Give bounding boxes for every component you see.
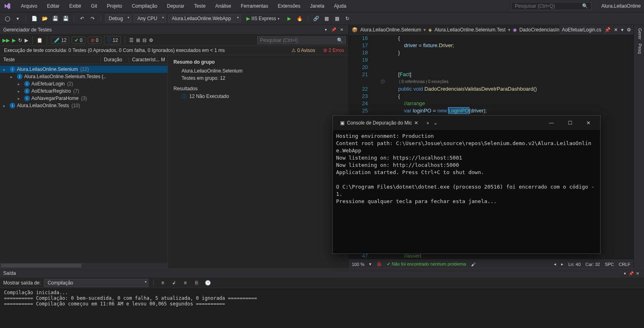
output-content[interactable]: Compilação iniciada... ========== Compil… [0, 288, 644, 316]
output-toggle-icon[interactable]: ≡ [181, 279, 189, 287]
eol-mode[interactable]: CRLF [619, 262, 630, 267]
zoom-dropdown-icon[interactable]: ▾ [369, 262, 372, 267]
new-tab-icon[interactable]: ＋ [425, 120, 430, 127]
run-failed-icon[interactable]: ▶ [25, 37, 28, 43]
pin-icon[interactable]: 📌 [330, 27, 337, 33]
tree-row[interactable]: ▸iAoNavegarParaHome(3) [0, 95, 167, 102]
settings-icon[interactable]: ⚙ [149, 37, 153, 43]
save-all-icon[interactable]: 💾 [62, 15, 70, 23]
menu-compilacao[interactable]: Compilação [128, 2, 161, 10]
output-goto-icon[interactable]: ⎘ [192, 279, 200, 287]
bug-icon[interactable]: 🐞 [376, 262, 382, 267]
tree-row[interactable]: ▸iAoEfetuarRegistro(7) [0, 87, 167, 95]
fail-counter[interactable]: ⊘0 [88, 37, 101, 44]
tool-icon-3[interactable]: ↻ [343, 15, 351, 23]
tab-more-icon[interactable]: ▾ [621, 27, 623, 33]
menu-git[interactable]: Git [87, 2, 101, 10]
col-duration[interactable]: Duração [101, 57, 129, 62]
global-search-input[interactable] [515, 3, 582, 9]
test-search[interactable]: 🔍 [257, 36, 346, 44]
test-tree[interactable]: ▸iAlura.LeilaoOnline.Selenium(12)▸iAlura… [0, 64, 167, 263]
right-tab-2[interactable]: Pesq [636, 44, 642, 54]
output-dropdown-icon[interactable]: ▾ [621, 270, 628, 276]
menu-janela[interactable]: Janela [306, 2, 328, 10]
playlist-icon[interactable]: 📋 [37, 37, 43, 43]
editor-tab-active[interactable]: AoEfetuarLogin.cs [562, 27, 601, 33]
undo-icon[interactable]: ↶ [78, 15, 86, 23]
expand-icon[interactable]: ▸ [18, 82, 23, 86]
menu-teste[interactable]: Teste [190, 2, 210, 10]
tool-icon-2[interactable]: ▦ [333, 15, 341, 23]
maximize-icon[interactable]: ☐ [561, 117, 578, 129]
view-icon-1[interactable]: ⊞ [136, 37, 140, 43]
close-icon[interactable]: ✕ [339, 27, 345, 33]
output-pin-icon[interactable]: 📌 [628, 270, 634, 276]
console-tab-close-icon[interactable]: ✕ [414, 120, 418, 126]
tab-close-icon[interactable]: ✕ [614, 27, 618, 33]
warnings-badge[interactable]: ⚠ 0 Avisos [291, 48, 315, 53]
tab-preview-icon[interactable]: 📌 [605, 27, 611, 33]
redo-icon[interactable]: ↷ [89, 15, 97, 23]
flask-counter[interactable]: 🧪12 [51, 37, 69, 44]
nav-back-icon[interactable]: ◯ [3, 15, 11, 23]
start-no-debug-icon[interactable]: ▶ [285, 15, 293, 23]
col-traits[interactable]: Característ... [129, 57, 158, 62]
pass-counter[interactable]: ✔0 [72, 37, 85, 44]
zoom-level[interactable]: 100 % [352, 262, 364, 267]
expand-icon[interactable]: ▸ [3, 104, 8, 108]
right-collapsed-panels[interactable]: Gerer Pesq [634, 25, 644, 268]
tab-settings-icon[interactable]: ⚙ [627, 27, 631, 33]
minimize-icon[interactable]: — [543, 117, 560, 129]
new-item-icon[interactable]: 📄 [30, 15, 38, 23]
expand-icon[interactable]: ▸ [18, 89, 23, 93]
col-m[interactable]: M [158, 57, 166, 62]
console-titlebar[interactable]: ▣ Console de Depuração do Mic ✕ ＋ ⌄ — ☐ … [333, 116, 600, 130]
run-test-icon[interactable]: ▶ [12, 37, 16, 43]
tree-row[interactable]: ▸iAlura.LeilaoOnline.Tests(10) [0, 102, 167, 109]
tool-icon-1[interactable]: ▦ [322, 15, 330, 23]
debug-console-window[interactable]: ▣ Console de Depuração do Mic ✕ ＋ ⌄ — ☐ … [332, 115, 601, 254]
output-wrap-icon[interactable]: ↲ [170, 279, 178, 287]
breadcrumb-1[interactable]: Alura.LeilaoOnline.Selenium.Test [434, 27, 506, 33]
config-dropdown[interactable]: Debug [105, 15, 131, 23]
breadcrumb-0[interactable]: Alura.LeilaoOnline.Selenium [360, 27, 421, 33]
global-search[interactable]: 🔍 [511, 2, 592, 10]
view-icon-2[interactable]: ⊟ [142, 37, 147, 43]
menu-extensoes[interactable]: Extensões [274, 2, 304, 10]
open-icon[interactable]: 📂 [41, 15, 49, 23]
menu-depurar[interactable]: Depurar [163, 2, 188, 10]
errors-badge[interactable]: ⊘ 2 Erros [323, 48, 344, 53]
expand-icon[interactable]: ▸ [10, 75, 15, 79]
indent-mode[interactable]: SPC [605, 262, 614, 267]
nav-next-icon[interactable]: ▸ [561, 262, 564, 267]
save-icon[interactable]: 💾 [51, 15, 59, 23]
tree-row[interactable]: ▸iAlura.LeilaoOnline.Selenium(12) [0, 66, 167, 73]
nav-fwd-icon[interactable]: ▾ [14, 15, 22, 23]
group-by-icon[interactable]: ☰ [129, 37, 134, 43]
console-output[interactable]: Hosting environment: Production Content … [333, 130, 600, 253]
tree-row[interactable]: ▸iAoEfetuarLogin(2) [0, 80, 167, 87]
tree-scrollbar[interactable] [0, 263, 167, 268]
repeat-test-icon[interactable]: ↻ [18, 37, 22, 43]
output-source-dropdown[interactable]: Compilação [44, 279, 149, 287]
browser-link-icon[interactable]: 🔗 [312, 15, 320, 23]
nav-prev-icon[interactable]: ◂ [554, 262, 556, 267]
expand-icon[interactable]: ▸ [18, 96, 23, 101]
console-tab[interactable]: ▣ Console de Depuração do Mic ✕ [336, 118, 422, 127]
issues-status[interactable]: ✔ Não foi encontrado nenhum problema [387, 262, 466, 267]
menu-ajuda[interactable]: Ajuda [330, 2, 351, 10]
startup-dropdown[interactable]: Alura.LeilaoOnline.WebApp [168, 15, 241, 23]
menu-ferramentas[interactable]: Ferramentas [237, 2, 272, 10]
panel-dropdown-icon[interactable]: ▾ [322, 27, 329, 33]
brush-icon[interactable]: 🖌 [471, 262, 475, 267]
tree-row[interactable]: ▸iAlura.LeilaoOnline.Selenium.Testes (.. [0, 73, 167, 80]
platform-dropdown[interactable]: Any CPU [134, 15, 165, 23]
run-all-tests-icon[interactable]: ▶▶ [2, 37, 10, 43]
menu-projeto[interactable]: Projeto [103, 2, 126, 10]
output-clear-icon[interactable]: ≡ [159, 279, 167, 287]
hot-reload-icon[interactable]: 🔥 [295, 15, 303, 23]
menu-arquivo[interactable]: Arquivo [17, 2, 41, 10]
output-time-icon[interactable]: 🕐 [204, 279, 212, 287]
run-button[interactable]: ▶ IIS Express ▾ [243, 15, 283, 22]
window-close-icon[interactable]: ✕ [580, 117, 597, 129]
